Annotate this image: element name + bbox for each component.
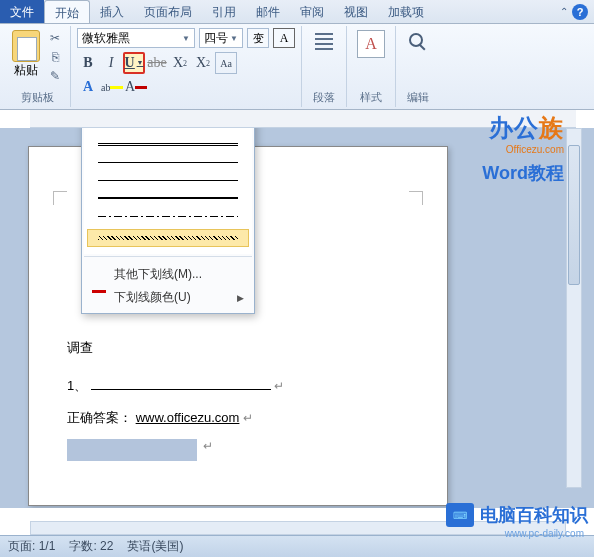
margin-corner-icon	[409, 191, 423, 205]
underline-style-dash-long[interactable]	[98, 194, 238, 202]
font-name-combo[interactable]: 微软雅黑 ▼	[77, 28, 195, 48]
text-effects-button[interactable]: A	[77, 76, 99, 98]
more-underlines-label: 其他下划线(M)...	[114, 266, 202, 283]
group-font: 微软雅黑 ▼ 四号 ▼ 变 A B I U ▼ abe X2 X2 Aa A	[71, 26, 302, 107]
ribbon: 粘贴 ✂ ⎘ ✎ 剪贴板 微软雅黑 ▼ 四号 ▼ 变 A B I	[0, 24, 594, 110]
group-styles: A 样式	[347, 26, 396, 107]
underline-label: U	[124, 55, 134, 71]
font-size-value: 四号	[204, 30, 228, 47]
charborder-label: A	[280, 31, 289, 46]
vertical-scrollbar[interactable]	[566, 128, 582, 488]
status-language[interactable]: 英语(美国)	[127, 538, 183, 555]
ruby-label: 变	[253, 31, 264, 46]
blank-icon	[92, 268, 108, 282]
highlight-color-swatch	[110, 86, 123, 89]
group-paragraph: 段落	[302, 26, 347, 107]
underline-style-wavy[interactable]	[88, 230, 248, 246]
status-page[interactable]: 页面: 1/1	[8, 538, 55, 555]
paste-label: 粘贴	[14, 62, 38, 79]
strikethrough-button[interactable]: abe	[146, 52, 168, 74]
pcdaily-logo-icon: ⌨	[446, 503, 474, 527]
copy-icon[interactable]: ⎘	[46, 49, 64, 65]
font-color-swatch	[135, 86, 147, 89]
group-editing: 编辑	[396, 26, 440, 107]
page[interactable]: 其他下划线(M)... 下划线颜色(U) ▶ 调查 1、 ↵ 正确答案： www…	[28, 146, 448, 506]
blank-underline	[91, 389, 271, 390]
watermark-officezu: 办公族 Officezu.com Word教程	[482, 112, 564, 185]
paragraph-button[interactable]	[308, 28, 340, 56]
phonetic-guide-button[interactable]: 变	[247, 28, 269, 48]
superscript-button[interactable]: X2	[192, 52, 214, 74]
group-label-clipboard: 剪贴板	[10, 88, 64, 105]
help-icon[interactable]: ?	[572, 4, 588, 20]
underline-dropdown: 其他下划线(M)... 下划线颜色(U) ▶	[81, 128, 255, 314]
paste-icon	[12, 30, 40, 62]
document-area: 其他下划线(M)... 下划线颜色(U) ▶ 调查 1、 ↵ 正确答案： www…	[0, 128, 594, 508]
styles-icon: A	[357, 30, 385, 58]
scrollbar-thumb[interactable]	[568, 145, 580, 285]
tab-layout[interactable]: 页面布局	[134, 0, 202, 23]
char-border-button[interactable]: A	[273, 28, 295, 48]
subscript-button[interactable]: X2	[169, 52, 191, 74]
underline-style-thick[interactable]	[98, 128, 238, 130]
paragraph-icon	[312, 30, 336, 54]
text-selection[interactable]	[67, 439, 197, 461]
chevron-down-icon: ▼	[182, 34, 190, 43]
chevron-down-icon: ▼	[230, 34, 238, 43]
styles-button[interactable]: A	[353, 28, 389, 60]
margin-corner-icon	[53, 191, 67, 205]
font-name-value: 微软雅黑	[82, 30, 130, 47]
separator	[84, 256, 252, 257]
tab-home[interactable]: 开始	[44, 0, 90, 23]
underline-split-button[interactable]: U ▼	[123, 52, 145, 74]
ribbon-tabs: 文件 开始 插入 页面布局 引用 邮件 审阅 视图 加载项 ⌃ ?	[0, 0, 594, 24]
pilcrow-icon: ↵	[203, 439, 213, 453]
minimize-ribbon-icon[interactable]: ⌃	[560, 6, 568, 17]
doc-text-line[interactable]: 调查	[67, 339, 409, 357]
pilcrow-icon: ↵	[274, 379, 284, 393]
tab-file[interactable]: 文件	[0, 0, 44, 23]
status-words[interactable]: 字数: 22	[69, 538, 113, 555]
find-icon	[406, 30, 430, 54]
format-painter-icon[interactable]: ✎	[46, 68, 64, 84]
paste-button[interactable]: 粘贴	[10, 28, 42, 84]
italic-button[interactable]: I	[100, 52, 122, 74]
group-label-styles: 样式	[353, 88, 389, 105]
font-color-button[interactable]: A	[125, 76, 147, 98]
answer-link[interactable]: www.officezu.com	[136, 410, 240, 425]
tab-view[interactable]: 视图	[334, 0, 378, 23]
find-button[interactable]	[402, 28, 434, 56]
clear-format-button[interactable]: Aa	[215, 52, 237, 74]
font-size-combo[interactable]: 四号 ▼	[199, 28, 243, 48]
pilcrow-icon: ↵	[243, 411, 253, 425]
underline-color-label: 下划线颜色(U)	[114, 289, 191, 306]
group-label-paragraph: 段落	[308, 88, 340, 105]
group-label-editing: 编辑	[402, 88, 434, 105]
cut-icon[interactable]: ✂	[46, 30, 64, 46]
tab-addins[interactable]: 加载项	[378, 0, 434, 23]
tab-review[interactable]: 审阅	[290, 0, 334, 23]
underline-color-item[interactable]: 下划线颜色(U) ▶	[90, 286, 246, 309]
bold-button[interactable]: B	[77, 52, 99, 74]
underline-style-dotted[interactable]	[98, 158, 238, 166]
chevron-down-icon: ▼	[137, 59, 144, 67]
tab-references[interactable]: 引用	[202, 0, 246, 23]
chevron-right-icon: ▶	[237, 293, 244, 303]
paint-bucket-icon	[92, 291, 108, 305]
more-underlines-item[interactable]: 其他下划线(M)...	[90, 263, 246, 286]
underline-style-dash-dot[interactable]	[98, 212, 238, 220]
group-clipboard: 粘贴 ✂ ⎘ ✎ 剪贴板	[4, 26, 71, 107]
tab-mail[interactable]: 邮件	[246, 0, 290, 23]
doc-text-line[interactable]: 正确答案： www.officezu.com ↵	[67, 409, 409, 427]
underline-style-double[interactable]	[98, 140, 238, 148]
doc-text-line[interactable]: 1、 ↵	[67, 377, 409, 395]
highlight-button[interactable]: ab	[101, 76, 123, 98]
underline-style-dashed[interactable]	[98, 176, 238, 184]
watermark-pcdaily: ⌨ 电脑百科知识 www.pc-daily.com	[446, 503, 588, 527]
tab-insert[interactable]: 插入	[90, 0, 134, 23]
